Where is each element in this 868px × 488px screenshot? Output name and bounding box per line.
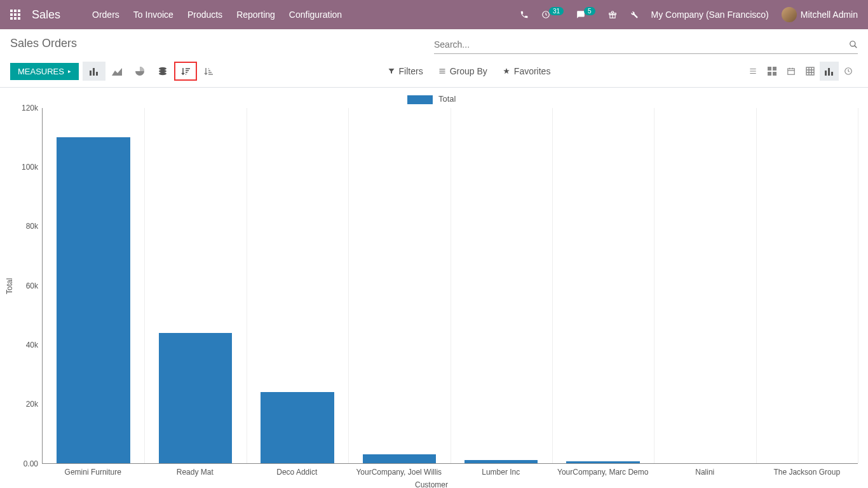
top-navbar: Sales Orders To Invoice Products Reporti… xyxy=(0,0,868,29)
activities-icon[interactable]: 31 xyxy=(541,10,564,19)
search-bar[interactable] xyxy=(434,37,858,54)
legend-label: Total xyxy=(438,94,456,104)
page-title: Sales Orders xyxy=(10,37,434,50)
x-tick-label: YourCompany, Joel Willis xyxy=(348,464,451,477)
stacked-icon[interactable] xyxy=(151,62,174,81)
chart-bar[interactable] xyxy=(363,454,436,463)
svg-rect-8 xyxy=(18,17,20,20)
chart-bar[interactable] xyxy=(57,137,130,463)
svg-rect-27 xyxy=(831,72,833,76)
line-chart-icon[interactable] xyxy=(105,62,128,81)
svg-rect-2 xyxy=(18,10,20,12)
search-input[interactable] xyxy=(434,37,849,52)
chart-bar[interactable] xyxy=(465,460,538,463)
chart-bar[interactable] xyxy=(566,461,639,463)
app-brand[interactable]: Sales xyxy=(32,8,60,22)
svg-point-12 xyxy=(850,41,855,46)
svg-rect-14 xyxy=(93,68,95,76)
y-axis: 0.0020k40k60k80k100k120k xyxy=(14,108,42,464)
x-axis-ticks: Gemini FurnitureReady MatDeco AddictYour… xyxy=(42,464,858,477)
menu-orders[interactable]: Orders xyxy=(92,10,119,20)
caret-right-icon: ▸ xyxy=(68,68,71,74)
control-panel: Sales Orders MEASURES ▸ Filters xyxy=(0,29,868,81)
svg-rect-19 xyxy=(768,67,771,71)
svg-rect-1 xyxy=(14,10,17,12)
svg-rect-13 xyxy=(90,71,92,76)
search-icon[interactable] xyxy=(849,40,858,49)
calendar-view-icon[interactable] xyxy=(782,62,801,81)
svg-rect-24 xyxy=(806,67,814,75)
menu-configuration[interactable]: Configuration xyxy=(289,10,342,20)
svg-rect-7 xyxy=(14,17,17,20)
avatar xyxy=(782,7,797,22)
company-name[interactable]: My Company (San Francisco) xyxy=(651,10,769,20)
pie-chart-icon[interactable] xyxy=(128,62,151,81)
legend-swatch xyxy=(407,95,433,104)
menu-reporting[interactable]: Reporting xyxy=(236,10,275,20)
svg-rect-22 xyxy=(773,72,776,76)
chart-bar[interactable] xyxy=(159,333,232,463)
svg-point-17 xyxy=(159,70,166,72)
view-switcher xyxy=(743,62,858,81)
activity-view-icon[interactable] xyxy=(839,62,858,81)
sort-desc-icon[interactable] xyxy=(174,62,197,81)
menu-to-invoice[interactable]: To Invoice xyxy=(133,10,173,20)
chart-area: Total Total 0.0020k40k60k80k100k120k Gem… xyxy=(0,88,868,488)
svg-rect-3 xyxy=(10,13,13,16)
svg-rect-5 xyxy=(18,13,20,16)
chart-plot xyxy=(42,108,858,464)
chart-type-buttons xyxy=(83,62,220,81)
list-view-icon[interactable] xyxy=(743,62,763,81)
apps-icon[interactable] xyxy=(10,10,20,20)
filters-button[interactable]: Filters xyxy=(388,66,423,76)
svg-point-16 xyxy=(159,67,166,70)
favorites-button[interactable]: Favorites xyxy=(503,66,551,76)
measures-button[interactable]: MEASURES ▸ xyxy=(10,63,79,80)
x-tick-label: The Jackson Group xyxy=(756,464,858,477)
graph-view-icon[interactable] xyxy=(820,62,839,81)
activity-badge: 31 xyxy=(549,7,564,15)
svg-rect-6 xyxy=(10,17,13,20)
x-tick-label: Lumber Inc xyxy=(450,464,552,477)
svg-rect-0 xyxy=(10,10,13,12)
systray: 31 5 My Company (San Francisco) Mitchell… xyxy=(520,7,858,22)
svg-rect-21 xyxy=(768,72,771,76)
x-tick-label: Gemini Furniture xyxy=(42,464,144,477)
svg-point-18 xyxy=(159,72,166,75)
x-tick-label: Deco Addict xyxy=(246,464,348,477)
messages-icon[interactable]: 5 xyxy=(576,10,595,19)
search-options: Filters Group By Favorites xyxy=(388,66,551,76)
svg-rect-15 xyxy=(96,72,98,76)
chart-legend: Total xyxy=(5,94,858,104)
user-menu[interactable]: Mitchell Admin xyxy=(782,7,858,22)
svg-rect-25 xyxy=(825,71,827,76)
sort-asc-icon[interactable] xyxy=(197,62,220,81)
x-tick-label: Ready Mat xyxy=(144,464,247,477)
svg-rect-20 xyxy=(773,67,776,71)
bar-chart-icon[interactable] xyxy=(83,62,105,81)
x-tick-label: YourCompany, Marc Demo xyxy=(552,464,654,477)
x-tick-label: Nalini xyxy=(654,464,756,477)
menu-products[interactable]: Products xyxy=(187,10,222,20)
user-name: Mitchell Admin xyxy=(801,10,858,20)
kanban-view-icon[interactable] xyxy=(763,62,782,81)
phone-icon[interactable] xyxy=(520,10,529,19)
main-menu: Orders To Invoice Products Reporting Con… xyxy=(92,10,342,20)
x-axis-label: Customer xyxy=(5,480,858,488)
svg-rect-26 xyxy=(828,68,830,76)
chart-bar[interactable] xyxy=(261,392,334,463)
svg-rect-23 xyxy=(788,69,795,74)
messages-badge: 5 xyxy=(584,7,595,15)
gift-icon[interactable] xyxy=(608,10,617,19)
groupby-button[interactable]: Group By xyxy=(438,66,487,76)
svg-rect-4 xyxy=(14,13,17,16)
tools-icon[interactable] xyxy=(630,10,639,19)
pivot-view-icon[interactable] xyxy=(801,62,820,81)
